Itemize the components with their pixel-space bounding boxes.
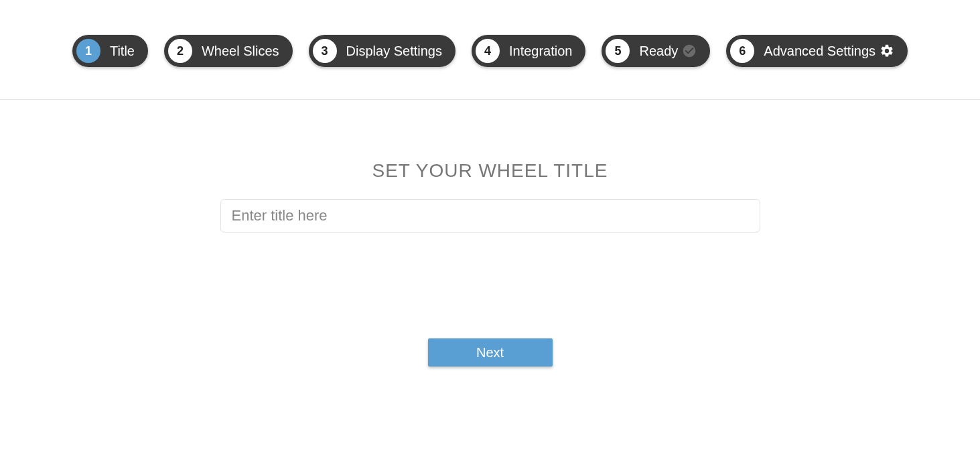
step-number-badge: 6 xyxy=(730,39,754,63)
step-number-badge: 1 xyxy=(76,39,100,63)
gear-icon xyxy=(880,44,894,58)
step-label: Integration xyxy=(509,44,573,59)
step-number-badge: 5 xyxy=(606,39,630,63)
stepper: 1 Title 2 Wheel Slices 3 Display Setting… xyxy=(0,0,980,100)
step-label: Display Settings xyxy=(346,44,442,59)
step-number-badge: 2 xyxy=(168,39,192,63)
step-label: Title xyxy=(110,44,135,59)
check-icon xyxy=(682,44,697,58)
step-label: Advanced Settings xyxy=(764,44,876,59)
wheel-title-input[interactable] xyxy=(220,199,760,233)
step-display-settings[interactable]: 3 Display Settings xyxy=(309,35,456,67)
page-title: SET YOUR WHEEL TITLE xyxy=(372,160,608,182)
step-integration[interactable]: 4 Integration xyxy=(472,35,586,67)
step-number-badge: 4 xyxy=(476,39,500,63)
step-label: Ready xyxy=(639,44,678,59)
step-ready[interactable]: 5 Ready xyxy=(602,35,710,67)
step-label: Wheel Slices xyxy=(202,44,279,59)
step-wheel-slices[interactable]: 2 Wheel Slices xyxy=(164,35,293,67)
step-title[interactable]: 1 Title xyxy=(72,35,148,67)
step-advanced-settings[interactable]: 6 Advanced Settings xyxy=(726,35,908,67)
main-content: SET YOUR WHEEL TITLE Next xyxy=(0,100,980,367)
step-number-badge: 3 xyxy=(313,39,337,63)
next-button[interactable]: Next xyxy=(428,338,553,367)
